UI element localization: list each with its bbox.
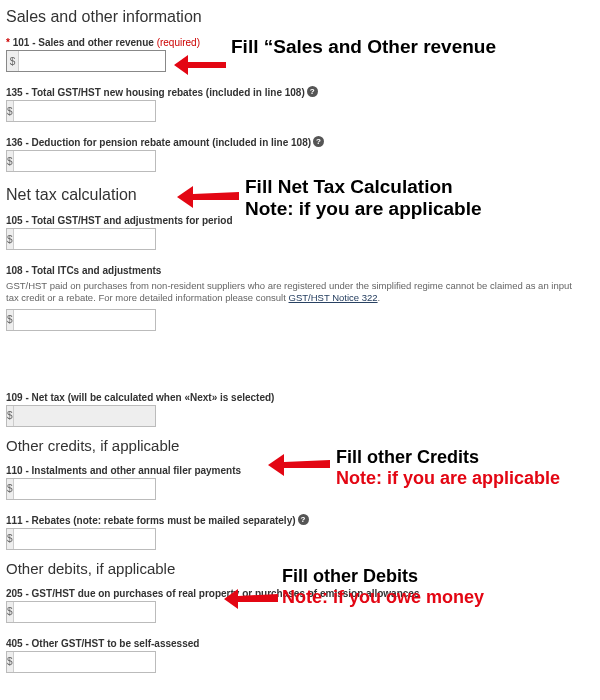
- field-108-label: 108 - Total ITCs and adjustments: [6, 265, 161, 276]
- input-405[interactable]: [14, 652, 160, 672]
- field-105-label: 105 - Total GST/HST and adjustments for …: [6, 215, 233, 226]
- field-108-notice: GST/HST paid on purchases from non-resid…: [6, 280, 586, 305]
- input-109-wrap: $: [6, 405, 156, 427]
- annotation-line-red: Note: if you are applicable: [336, 468, 560, 489]
- annotation-line: Fill Net Tax Calculation: [245, 176, 482, 198]
- annotation-line: Note: if you are applicable: [245, 198, 482, 220]
- field-135: 135 - Total GST/HST new housing rebates …: [6, 82, 600, 122]
- input-105-wrap[interactable]: $: [6, 228, 156, 250]
- field-135-label: 135 - Total GST/HST new housing rebates …: [6, 87, 305, 98]
- annotation-line-red: Note: if you owe money: [282, 587, 484, 608]
- annotation-sales: Fill “Sales and Other revenue: [231, 36, 496, 58]
- arrow-icon: [175, 182, 241, 212]
- input-108-wrap[interactable]: $: [6, 309, 156, 331]
- input-111-wrap[interactable]: $: [6, 528, 156, 550]
- arrow-icon: [172, 50, 228, 80]
- input-108[interactable]: [14, 310, 160, 330]
- help-icon[interactable]: ?: [307, 86, 318, 97]
- input-101[interactable]: [19, 51, 165, 71]
- input-135[interactable]: [14, 101, 160, 121]
- input-105[interactable]: [14, 229, 160, 249]
- field-405-label: 405 - Other GST/HST to be self-assessed: [6, 638, 199, 649]
- field-109-label: 109 - Net tax (will be calculated when «…: [6, 392, 274, 403]
- arrow-icon: [266, 451, 332, 479]
- field-101-label: * 101 - Sales and other revenue (require…: [6, 37, 200, 48]
- input-110[interactable]: [14, 479, 160, 499]
- notice-link[interactable]: GST/HST Notice 322: [289, 292, 378, 303]
- input-136[interactable]: [14, 151, 160, 171]
- annotation-debits: Fill other Debits Note: if you owe money: [282, 566, 484, 607]
- label-text: 101 - Sales and other revenue: [10, 37, 157, 48]
- input-205[interactable]: [14, 602, 160, 622]
- field-136-label: 136 - Deduction for pension rebate amoun…: [6, 137, 311, 148]
- field-111: 111 - Rebates (note: rebate forms must b…: [6, 510, 600, 550]
- field-108: 108 - Total ITCs and adjustments: [6, 260, 600, 278]
- input-405-wrap[interactable]: $: [6, 651, 156, 673]
- input-136-wrap[interactable]: $: [6, 150, 156, 172]
- field-108-input: $: [6, 309, 600, 331]
- field-136: 136 - Deduction for pension rebate amoun…: [6, 132, 600, 172]
- required-text: (required): [157, 37, 200, 48]
- input-110-wrap[interactable]: $: [6, 478, 156, 500]
- input-205-wrap[interactable]: $: [6, 601, 156, 623]
- help-icon[interactable]: ?: [298, 514, 309, 525]
- help-icon[interactable]: ?: [313, 136, 324, 147]
- field-109: 109 - Net tax (will be calculated when «…: [6, 387, 600, 427]
- input-109: [14, 406, 160, 426]
- currency-prefix: $: [7, 51, 19, 71]
- input-111[interactable]: [14, 529, 160, 549]
- arrow-icon: [222, 586, 280, 612]
- section-sales-title: Sales and other information: [6, 8, 600, 26]
- annotation-nettax: Fill Net Tax Calculation Note: if you ar…: [245, 176, 482, 220]
- annotation-credits: Fill other Credits Note: if you are appl…: [336, 447, 560, 488]
- field-110-label: 110 - Instalments and other annual filer…: [6, 465, 241, 476]
- annotation-line: Fill other Credits: [336, 447, 560, 468]
- annotation-line: Fill other Debits: [282, 566, 484, 587]
- field-405: 405 - Other GST/HST to be self-assessed …: [6, 633, 600, 673]
- input-101-wrap[interactable]: $: [6, 50, 166, 72]
- notice-post: .: [378, 292, 381, 303]
- field-111-label: 111 - Rebates (note: rebate forms must b…: [6, 515, 296, 526]
- input-135-wrap[interactable]: $: [6, 100, 156, 122]
